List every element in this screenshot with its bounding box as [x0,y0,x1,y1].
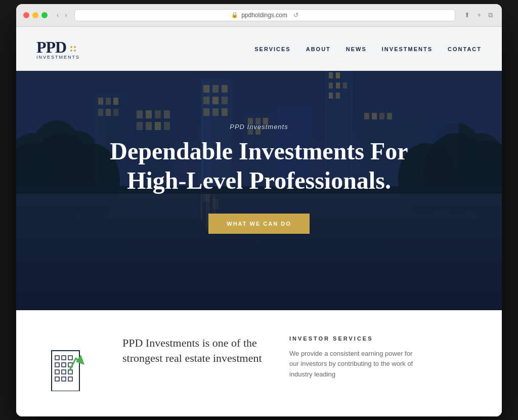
hero-title: Dependable Investments For High-Level Pr… [110,137,408,195]
nav-links: SERVICES ABOUT NEWS INVESTMENTS CONTACT [254,44,482,53]
refresh-icon[interactable]: ↺ [293,12,298,19]
building-icon-container [36,335,97,391]
hero-subtitle: PPD Investments [230,123,288,131]
hero-title-line1: Dependable Investments For [110,138,408,164]
svg-rect-85 [62,363,66,367]
svg-rect-82 [62,356,66,360]
logo-dot [74,46,76,48]
svg-rect-83 [68,356,72,360]
back-button[interactable]: ‹ [55,10,61,20]
browser-window: ‹ › 🔒 ppdholdings.com ↺ ⬆ + ⧉ PPD [16,4,502,416]
nav-link-news[interactable]: NEWS [346,46,367,52]
nav-link-services[interactable]: SERVICES [254,46,290,52]
hero-title-line2: High-Level Professionals. [127,167,391,194]
logo-ppd: PPD [36,38,76,56]
logo-dots [70,46,76,52]
navbar: PPD [16,27,502,71]
svg-rect-88 [62,370,66,374]
svg-rect-91 [62,377,66,381]
building-icon [41,335,92,391]
nav-link-contact[interactable]: CONTACT [448,46,482,52]
minimize-button[interactable] [32,12,38,18]
nav-item-investments[interactable]: INVESTMENTS [382,44,433,53]
address-bar[interactable]: 🔒 ppdholdings.com ↺ [74,9,456,21]
cta-button[interactable]: WHAT WE CAN DO [208,214,309,234]
nav-item-news[interactable]: NEWS [346,44,367,53]
logo-dot [74,50,76,52]
investor-services: INVESTOR SERVICES We provide a consisten… [289,335,421,380]
traffic-lights [23,12,48,18]
new-tab-button[interactable]: + [475,10,483,20]
svg-rect-84 [55,363,59,367]
website-wrapper: PPD [16,27,502,416]
company-description: PPD Investments is one of the strongest … [122,335,264,367]
url-text: ppdholdings.com [241,12,287,19]
lock-icon: 🔒 [231,12,238,18]
svg-rect-90 [55,377,59,381]
forward-button[interactable]: › [63,10,69,20]
logo-dot-row-2 [70,50,76,52]
logo-dot [70,50,72,52]
svg-rect-81 [55,356,59,360]
svg-rect-87 [55,370,59,374]
website-content: PPD [16,27,502,416]
browser-chrome: ‹ › 🔒 ppdholdings.com ↺ ⬆ + ⧉ [16,4,502,27]
logo-text-container: PPD [36,38,80,60]
nav-link-investments[interactable]: INVESTMENTS [382,46,433,52]
maximize-button[interactable] [41,12,48,18]
below-fold-section: PPD Investments is one of the strongest … [16,310,502,416]
nav-link-about[interactable]: ABOUT [306,46,331,52]
nav-item-about[interactable]: ABOUT [306,44,331,53]
browser-actions: ⬆ + ⧉ [462,10,495,20]
logo-dot-row-1 [70,46,76,48]
logo-dot [70,46,72,48]
nav-item-contact[interactable]: CONTACT [448,44,482,53]
svg-rect-92 [68,377,72,381]
tabs-button[interactable]: ⧉ [486,10,495,20]
logo: PPD [36,38,80,60]
share-button[interactable]: ⬆ [462,10,472,20]
investor-services-text: We provide a consistent earning power fo… [289,349,421,380]
logo-investments: INVESTMENTS [36,55,80,60]
browser-controls: ‹ › [55,10,69,20]
company-description-text: PPD Investments is one of the strongest … [122,335,264,367]
nav-item-services[interactable]: SERVICES [254,44,290,53]
close-button[interactable] [23,12,29,18]
investor-services-heading: INVESTOR SERVICES [289,335,421,342]
